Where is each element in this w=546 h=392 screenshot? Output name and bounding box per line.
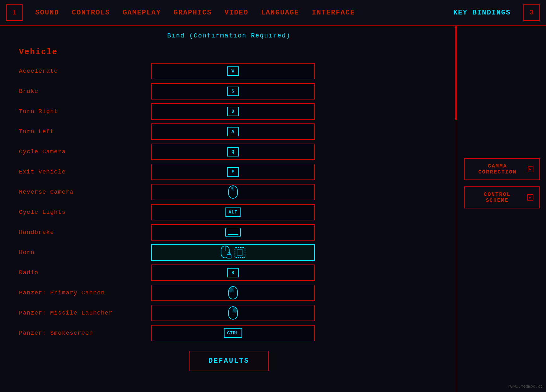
key-alt: ALT bbox=[225, 207, 241, 217]
binding-label-reverse-camera: Reverse Camera bbox=[19, 189, 151, 196]
nav-item-graphics[interactable]: GRAPHICS bbox=[173, 9, 212, 17]
left-panel: Bind (Confirmation Required) Vehicle Acc… bbox=[0, 26, 458, 392]
binding-row-accelerate: Accelerate W bbox=[19, 63, 439, 79]
binding-label-brake: Brake bbox=[19, 88, 151, 95]
gamma-correction-button[interactable]: GAMMA CORRECTION ▶ bbox=[464, 158, 540, 180]
key-a: A bbox=[227, 127, 239, 136]
binding-label-radio: Radio bbox=[19, 269, 151, 276]
binding-row-cycle-lights: Cycle Lights ALT bbox=[19, 204, 439, 220]
svg-rect-8 bbox=[235, 247, 245, 258]
nav-item-controls[interactable]: CONTROLS bbox=[72, 9, 110, 17]
binding-key-reverse-camera[interactable] bbox=[151, 184, 315, 200]
nav-item-language[interactable]: LANGUAGE bbox=[261, 9, 299, 17]
nav-item-video[interactable]: VIDEO bbox=[225, 9, 248, 17]
key-d: D bbox=[227, 107, 239, 116]
key-q: Q bbox=[227, 147, 239, 156]
binding-key-radio[interactable]: R bbox=[151, 264, 315, 281]
scroll-thumb bbox=[455, 26, 457, 120]
binding-row-turn-right: Turn Right D bbox=[19, 103, 439, 120]
horn-dual-keys bbox=[221, 246, 245, 259]
defaults-btn-container: DEFAULTS bbox=[19, 351, 439, 371]
binding-label-turn-left: Turn Left bbox=[19, 128, 151, 135]
svg-rect-7 bbox=[227, 254, 231, 258]
nav-item-interface[interactable]: INTERFACE bbox=[312, 9, 355, 17]
binding-row-panzer-primary: Panzer: Primary Cannon bbox=[19, 285, 439, 301]
nav-item-key-bindings[interactable]: KEY BINDINGS bbox=[453, 9, 511, 17]
section-title: Vehicle bbox=[19, 47, 439, 57]
binding-label-panzer-primary: Panzer: Primary Cannon bbox=[19, 289, 151, 296]
binding-row-exit-vehicle: Exit Vehicle F bbox=[19, 164, 439, 180]
binding-label-exit-vehicle: Exit Vehicle bbox=[19, 168, 151, 175]
binding-row-horn: Horn bbox=[19, 244, 439, 261]
binding-label-panzer-missile: Panzer: Missile Launcher bbox=[19, 310, 151, 316]
nav-item-gameplay[interactable]: GAMEPLAY bbox=[123, 9, 161, 17]
right-panel: GAMMA CORRECTION ▶ CONTROL SCHEME ▶ bbox=[458, 26, 546, 392]
binding-key-handbrake[interactable] bbox=[151, 224, 315, 241]
nav-badge-left: 1 bbox=[6, 4, 23, 21]
binding-key-turn-right[interactable]: D bbox=[151, 103, 315, 120]
binding-label-cycle-camera: Cycle Camera bbox=[19, 148, 151, 155]
watermark: @www.modmod.cc bbox=[509, 384, 543, 389]
binding-row-handbrake: Handbrake bbox=[19, 224, 439, 241]
binding-label-accelerate: Accelerate bbox=[19, 68, 151, 75]
binding-row-panzer-missile: Panzer: Missile Launcher bbox=[19, 305, 439, 321]
key-f: F bbox=[227, 167, 239, 177]
dotted-key-icon-horn bbox=[235, 247, 245, 258]
binding-row-reverse-camera: Reverse Camera bbox=[19, 184, 439, 200]
scheme-arrow-icon: ▶ bbox=[527, 194, 533, 201]
svg-rect-9 bbox=[237, 250, 243, 255]
gamma-arrow-icon: ▶ bbox=[528, 166, 533, 172]
spacebar-icon bbox=[225, 228, 241, 237]
binding-key-turn-left[interactable]: A bbox=[151, 123, 315, 140]
nav-badge-right: 3 bbox=[523, 4, 540, 21]
binding-label-cycle-lights: Cycle Lights bbox=[19, 209, 151, 216]
binding-key-accelerate[interactable]: W bbox=[151, 63, 315, 79]
nav-item-sound[interactable]: SOUND bbox=[35, 9, 59, 17]
gamma-correction-label: GAMMA CORRECTION bbox=[470, 163, 525, 175]
binding-key-cycle-camera[interactable]: Q bbox=[151, 144, 315, 160]
key-r: R bbox=[227, 268, 239, 277]
binding-row-brake: Brake S bbox=[19, 83, 439, 99]
binding-row-cycle-camera: Cycle Camera Q bbox=[19, 144, 439, 160]
binding-label-panzer-smoke: Panzer: Smokescreen bbox=[19, 330, 151, 337]
key-ctrl: CTRL bbox=[224, 328, 242, 338]
binding-key-brake[interactable]: S bbox=[151, 83, 315, 99]
binding-key-cycle-lights[interactable]: ALT bbox=[151, 204, 315, 220]
svg-rect-3 bbox=[225, 228, 241, 237]
mouse-right-click-icon bbox=[228, 306, 238, 320]
control-scheme-button[interactable]: CONTROL SCHEME ▶ bbox=[464, 186, 540, 208]
binding-label-horn: Horn bbox=[19, 249, 151, 256]
key-w: W bbox=[227, 66, 239, 76]
binding-key-horn[interactable] bbox=[151, 244, 315, 261]
key-s: S bbox=[227, 87, 239, 96]
bind-header: Bind (Confirmation Required) bbox=[19, 32, 439, 39]
binding-row-panzer-smoke: Panzer: Smokescreen CTRL bbox=[19, 325, 439, 341]
mouse-left-click-icon bbox=[228, 286, 238, 299]
svg-rect-2 bbox=[231, 187, 233, 190]
binding-label-handbrake: Handbrake bbox=[19, 229, 151, 236]
binding-key-panzer-smoke[interactable]: CTRL bbox=[151, 325, 315, 341]
svg-rect-12 bbox=[229, 287, 233, 293]
binding-key-panzer-missile[interactable] bbox=[151, 305, 315, 321]
scroll-bar[interactable] bbox=[455, 26, 457, 392]
defaults-button[interactable]: DEFAULTS bbox=[189, 351, 269, 371]
binding-key-exit-vehicle[interactable]: F bbox=[151, 164, 315, 180]
main-content: Bind (Confirmation Required) Vehicle Acc… bbox=[0, 26, 546, 392]
binding-row-turn-left: Turn Left A bbox=[19, 123, 439, 140]
mouse-icon-reverse bbox=[228, 185, 238, 199]
binding-row-radio: Radio R bbox=[19, 264, 439, 281]
control-scheme-label: CONTROL SCHEME bbox=[470, 191, 524, 203]
binding-label-turn-right: Turn Right bbox=[19, 108, 151, 115]
svg-rect-15 bbox=[233, 307, 237, 313]
binding-key-panzer-primary[interactable] bbox=[151, 285, 315, 301]
mouse-lock-icon-horn bbox=[221, 246, 231, 259]
nav-bar: 1 SOUND CONTROLS GAMEPLAY GRAPHICS VIDEO… bbox=[0, 0, 546, 26]
